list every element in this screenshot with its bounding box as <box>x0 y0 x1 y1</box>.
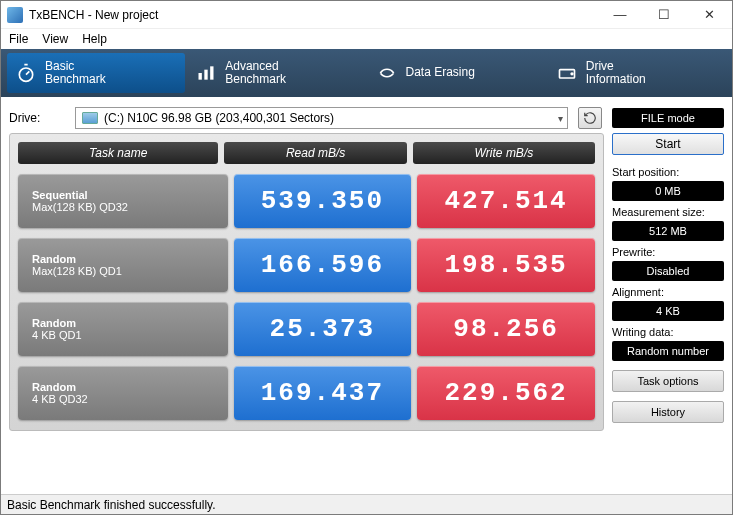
drive-select[interactable]: (C:) N10C 96.98 GB (203,400,301 Sectors)… <box>75 107 568 129</box>
drive-value: (C:) N10C 96.98 GB (203,400,301 Sectors) <box>104 111 334 125</box>
col-write: Write mB/s <box>413 142 595 164</box>
prewrite-label: Prewrite: <box>612 246 724 258</box>
svg-rect-3 <box>210 66 213 79</box>
result-row: Random4 KB QD1 25.373 98.256 <box>18 302 595 356</box>
alignment-label: Alignment: <box>612 286 724 298</box>
tab-drive-information[interactable]: Drive Information <box>548 53 726 93</box>
task-cell[interactable]: Random4 KB QD1 <box>18 302 228 356</box>
col-task: Task name <box>18 142 218 164</box>
svg-rect-2 <box>205 70 208 80</box>
menu-file[interactable]: File <box>9 32 28 46</box>
titlebar: TxBENCH - New project — ☐ ✕ <box>1 1 732 29</box>
writing-data-label: Writing data: <box>612 326 724 338</box>
prewrite-value[interactable]: Disabled <box>612 261 724 281</box>
write-value: 98.256 <box>417 302 595 356</box>
write-value: 229.562 <box>417 366 595 420</box>
writing-data-value[interactable]: Random number <box>612 341 724 361</box>
rescan-button[interactable] <box>578 107 602 129</box>
alignment-value[interactable]: 4 KB <box>612 301 724 321</box>
start-position-label: Start position: <box>612 166 724 178</box>
menu-view[interactable]: View <box>42 32 68 46</box>
measurement-size-value[interactable]: 512 MB <box>612 221 724 241</box>
stopwatch-icon <box>15 62 37 84</box>
tab-label: Advanced Benchmark <box>225 60 286 86</box>
result-row: Random4 KB QD32 169.437 229.562 <box>18 366 595 420</box>
maximize-button[interactable]: ☐ <box>642 1 686 28</box>
write-value: 198.535 <box>417 238 595 292</box>
read-value: 539.350 <box>234 174 412 228</box>
history-button[interactable]: History <box>612 401 724 423</box>
side-panel: Start Start position: 0 MB Measurement s… <box>612 133 724 431</box>
minimize-button[interactable]: — <box>598 1 642 28</box>
drive-icon <box>556 62 578 84</box>
svg-rect-1 <box>199 73 202 80</box>
write-value: 427.514 <box>417 174 595 228</box>
tab-label: Basic Benchmark <box>45 60 106 86</box>
task-cell[interactable]: SequentialMax(128 KB) QD32 <box>18 174 228 228</box>
tabbar: Basic Benchmark Advanced Benchmark Data … <box>1 49 732 97</box>
refresh-icon <box>583 111 597 125</box>
status-bar: Basic Benchmark finished successfully. <box>1 494 732 514</box>
window-title: TxBENCH - New project <box>29 8 598 22</box>
measurement-size-label: Measurement size: <box>612 206 724 218</box>
menu-help[interactable]: Help <box>82 32 107 46</box>
status-text: Basic Benchmark finished successfully. <box>7 498 216 512</box>
app-icon <box>7 7 23 23</box>
read-value: 166.596 <box>234 238 412 292</box>
results-panel: Task name Read mB/s Write mB/s Sequentia… <box>9 133 604 431</box>
task-cell[interactable]: RandomMax(128 KB) QD1 <box>18 238 228 292</box>
result-row: RandomMax(128 KB) QD1 166.596 198.535 <box>18 238 595 292</box>
drive-label: Drive: <box>9 111 65 125</box>
read-value: 169.437 <box>234 366 412 420</box>
tab-label: Drive Information <box>586 60 646 86</box>
erase-icon <box>376 62 398 84</box>
start-position-value[interactable]: 0 MB <box>612 181 724 201</box>
read-value: 25.373 <box>234 302 412 356</box>
close-button[interactable]: ✕ <box>686 1 732 28</box>
tab-advanced-benchmark[interactable]: Advanced Benchmark <box>187 53 365 93</box>
task-cell[interactable]: Random4 KB QD32 <box>18 366 228 420</box>
chevron-down-icon: ▾ <box>558 113 563 124</box>
svg-point-0 <box>19 68 32 81</box>
chart-icon <box>195 62 217 84</box>
task-options-button[interactable]: Task options <box>612 370 724 392</box>
col-read: Read mB/s <box>224 142 406 164</box>
file-mode-button[interactable]: FILE mode <box>612 108 724 128</box>
result-row: SequentialMax(128 KB) QD32 539.350 427.5… <box>18 174 595 228</box>
svg-point-5 <box>571 73 573 75</box>
hdd-icon <box>82 112 98 124</box>
drive-row: Drive: (C:) N10C 96.98 GB (203,400,301 S… <box>1 103 732 133</box>
menubar: File View Help <box>1 29 732 49</box>
tab-label: Data Erasing <box>406 66 475 79</box>
tab-data-erasing[interactable]: Data Erasing <box>368 53 546 93</box>
start-button[interactable]: Start <box>612 133 724 155</box>
tab-basic-benchmark[interactable]: Basic Benchmark <box>7 53 185 93</box>
window-buttons: — ☐ ✕ <box>598 1 732 28</box>
